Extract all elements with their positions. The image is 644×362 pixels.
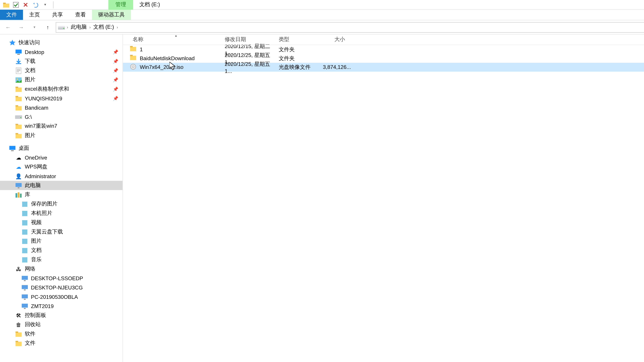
svg-rect-56 <box>130 55 133 56</box>
tree-software[interactable]: 软件 <box>0 329 122 339</box>
chevron-right-icon[interactable]: › <box>116 25 118 29</box>
tree-library-item[interactable]: 保存的图片 <box>0 199 122 209</box>
column-date[interactable]: 修改日期 <box>222 36 276 43</box>
cloud-icon: ☁ <box>15 154 22 161</box>
control-panel-icon: 🛠 <box>15 312 22 319</box>
qat-delete-icon[interactable]: ✕ <box>22 1 29 8</box>
ribbon-tab-home[interactable]: 主页 <box>23 10 46 20</box>
file-row[interactable]: BaiduNetdiskDownload 2020/12/25, 星期五 1..… <box>123 54 644 63</box>
svg-point-5 <box>63 28 64 28</box>
tree-desktop[interactable]: 桌面 <box>0 144 122 153</box>
tree-quick-item[interactable]: 文档📌 <box>0 66 122 75</box>
tree-wps[interactable]: ☁WPS网盘 <box>0 162 122 171</box>
ribbon-tab-file[interactable]: 文件 <box>0 10 23 20</box>
navigation-pane: 快速访问 Desktop📌下载📌文档📌图片📌excel表格制作求和📌YUNQIS… <box>0 34 123 362</box>
tree-quick-item[interactable]: 图片📌 <box>0 75 122 84</box>
desktop-icon <box>9 145 16 152</box>
tree-network-pc[interactable]: DESKTOP-LSSOEDP <box>0 274 122 283</box>
column-size[interactable]: 大小 <box>320 36 348 43</box>
tree-library-item[interactable]: 视频 <box>0 218 122 227</box>
doc-icon <box>15 67 22 74</box>
pic-icon <box>15 76 22 83</box>
tree-library-item[interactable]: 天翼云盘下载 <box>0 227 122 237</box>
ribbon-tab-share[interactable]: 共享 <box>46 10 69 20</box>
tree-quick-access[interactable]: 快速访问 <box>0 38 122 47</box>
star-icon <box>9 39 16 46</box>
address-bar[interactable]: › 此电脑 › 文档 (E:) › ⌄ ⟳ <box>56 22 644 32</box>
folder-icon <box>130 55 137 62</box>
svg-point-22 <box>20 117 21 118</box>
tree-quick-item[interactable]: 图片 <box>0 131 122 140</box>
svg-rect-2 <box>13 2 18 7</box>
chevron-right-icon[interactable]: › <box>90 25 91 29</box>
svg-rect-43 <box>22 285 28 289</box>
tree-libraries[interactable]: 库 <box>0 190 122 199</box>
tree-onedrive[interactable]: ☁OneDrive <box>0 153 122 162</box>
cell-name: BaiduNetdiskDownload <box>140 55 222 61</box>
chevron-right-icon[interactable]: › <box>67 25 68 29</box>
tree-quick-item[interactable]: win7重装win7 <box>0 121 122 131</box>
qat-dropdown-icon[interactable]: ▾ <box>42 1 49 8</box>
column-type[interactable]: 类型 <box>276 36 320 43</box>
tree-user[interactable]: 👤Administrator <box>0 171 122 181</box>
tree-network[interactable]: 🖧网络 <box>0 264 122 274</box>
nav-recent-dropdown-icon[interactable]: ▾ <box>29 22 40 32</box>
iso-icon <box>130 64 137 71</box>
tree-files[interactable]: 文件 <box>0 339 122 348</box>
pin-icon: 📌 <box>113 87 118 91</box>
file-row[interactable]: Win7x64_2020.iso 2020/12/25, 星期五 1... 光盘… <box>123 63 644 72</box>
tree-quick-item[interactable]: YUNQISHI2019📌 <box>0 94 122 103</box>
svg-rect-39 <box>22 248 28 253</box>
breadcrumb-drive[interactable]: 文档 (E:) <box>92 23 115 31</box>
tree-network-pc[interactable]: ZMT2019 <box>0 302 122 311</box>
tree-library-item[interactable]: 图片 <box>0 237 122 246</box>
tree-library-item[interactable]: 本机照片 <box>0 209 122 218</box>
pc-icon <box>21 284 28 291</box>
svg-rect-50 <box>16 331 18 333</box>
desktop-icon <box>15 48 22 55</box>
library-sub-icon <box>21 238 28 245</box>
tree-quick-item[interactable]: 下载📌 <box>0 57 122 66</box>
pin-icon: 📌 <box>113 77 118 82</box>
svg-rect-38 <box>22 239 28 244</box>
qat-properties-icon[interactable] <box>12 1 20 8</box>
library-sub-icon <box>21 200 28 207</box>
svg-rect-54 <box>130 46 133 47</box>
tree-recycle-bin[interactable]: 🗑回收站 <box>0 320 122 329</box>
qat-undo-icon[interactable] <box>32 1 39 8</box>
tree-control-panel[interactable]: 🛠控制面板 <box>0 311 122 320</box>
svg-rect-41 <box>22 276 28 280</box>
library-sub-icon <box>21 247 28 254</box>
svg-rect-1 <box>3 2 6 4</box>
tree-network-pc[interactable]: PC-20190530OBLA <box>0 292 122 301</box>
pc-icon <box>21 293 28 300</box>
ribbon-tab-drive-tools[interactable]: 驱动器工具 <box>92 10 131 20</box>
tree-library-item[interactable]: 文档 <box>0 246 122 255</box>
svg-rect-44 <box>24 289 26 290</box>
tree-quick-item[interactable]: G:\ <box>0 112 122 121</box>
window-title: 文档 (E:) <box>133 0 166 9</box>
tree-library-item[interactable]: 音乐 <box>0 255 122 264</box>
ribbon-tab-view[interactable]: 查看 <box>69 10 92 20</box>
nav-back-button[interactable]: ← <box>3 22 13 32</box>
tree-network-pc[interactable]: DESKTOP-NJEU3CG <box>0 283 122 292</box>
svg-rect-32 <box>18 192 20 197</box>
library-sub-icon <box>21 228 28 235</box>
svg-rect-30 <box>18 187 20 188</box>
recycle-icon: 🗑 <box>15 321 22 328</box>
tree-quick-item[interactable]: Desktop📌 <box>0 47 122 56</box>
nav-forward-button: → <box>16 22 26 32</box>
tree-quick-item[interactable]: Bandicam <box>0 103 122 112</box>
folder-icon <box>15 85 22 92</box>
cell-type: 文件夹 <box>276 55 320 62</box>
cell-name: 1 <box>140 46 222 53</box>
svg-point-58 <box>132 66 134 68</box>
pc-icon <box>21 275 28 282</box>
breadcrumb-this-pc[interactable]: 此电脑 <box>70 23 88 31</box>
pin-icon: 📌 <box>113 68 118 73</box>
file-row[interactable]: 1 2020/12/15, 星期二 1... 文件夹 <box>123 45 644 54</box>
tree-quick-item[interactable]: excel表格制作求和📌 <box>0 84 122 94</box>
tree-this-pc[interactable]: 此电脑 <box>0 181 122 190</box>
nav-up-button[interactable]: ↑ <box>42 22 53 32</box>
library-sub-icon <box>21 219 28 226</box>
